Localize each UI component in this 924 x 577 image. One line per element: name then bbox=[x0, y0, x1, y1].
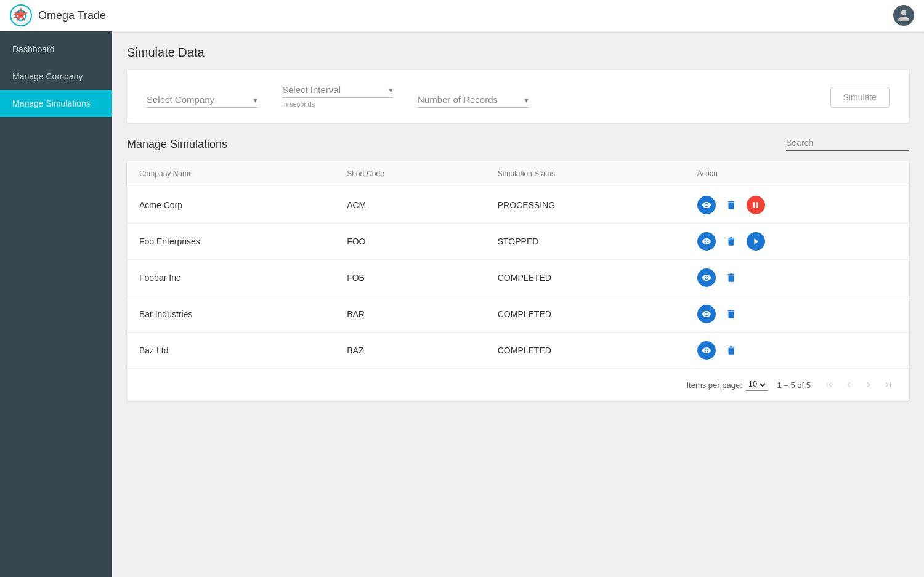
cell-short-code: FOO bbox=[334, 224, 485, 260]
action-icons bbox=[697, 268, 897, 287]
sidebar-item-dashboard[interactable]: Dashboard bbox=[0, 36, 112, 63]
pause-button[interactable] bbox=[747, 196, 765, 214]
page-title: Simulate Data bbox=[127, 46, 909, 60]
cell-status: PROCESSING bbox=[485, 187, 685, 224]
last-page-button[interactable] bbox=[880, 376, 897, 393]
table-row: Foo EnterprisesFOOSTOPPED bbox=[127, 224, 909, 260]
delete-button[interactable] bbox=[722, 196, 740, 214]
cell-company-name: Baz Ltd bbox=[127, 333, 334, 369]
pagination-bar: Items per page: 10 25 50 1 – 5 of 5 bbox=[127, 368, 909, 401]
records-select[interactable]: Number of Records ▾ bbox=[418, 94, 529, 108]
per-page-select[interactable]: 10 25 50 bbox=[746, 379, 768, 391]
delete-button[interactable] bbox=[722, 232, 740, 251]
col-simulation-status: Simulation Status bbox=[485, 161, 685, 187]
brand: Omega Trade bbox=[10, 4, 106, 26]
cell-actions bbox=[685, 260, 909, 296]
simulate-button[interactable]: Simulate bbox=[830, 87, 890, 108]
pagination-buttons bbox=[821, 376, 897, 393]
table-row: Baz LtdBAZCOMPLETED bbox=[127, 333, 909, 369]
cell-actions bbox=[685, 333, 909, 369]
sidebar-item-manage-company[interactable]: Manage Company bbox=[0, 63, 112, 90]
interval-hint: In seconds bbox=[282, 100, 393, 108]
page-info: 1 – 5 of 5 bbox=[777, 381, 811, 390]
brand-name: Omega Trade bbox=[38, 9, 106, 22]
table-header-row: Company Name Short Code Simulation Statu… bbox=[127, 161, 909, 187]
cell-status: COMPLETED bbox=[485, 260, 685, 296]
search-wrapper bbox=[786, 137, 909, 151]
action-icons bbox=[697, 341, 897, 360]
first-page-button[interactable] bbox=[821, 376, 838, 393]
col-short-code: Short Code bbox=[334, 161, 485, 187]
cell-short-code: ACM bbox=[334, 187, 485, 224]
table-row: Bar IndustriesBARCOMPLETED bbox=[127, 296, 909, 333]
cell-company-name: Bar Industries bbox=[127, 296, 334, 333]
cell-actions bbox=[685, 296, 909, 333]
interval-select[interactable]: Select Interval ▾ bbox=[282, 84, 393, 98]
section-title: Manage Simulations bbox=[127, 138, 227, 151]
cell-company-name: Foobar Inc bbox=[127, 260, 334, 296]
table-row: Acme CorpACMPROCESSING bbox=[127, 187, 909, 224]
svg-rect-4 bbox=[14, 14, 20, 15]
delete-button[interactable] bbox=[722, 268, 740, 287]
view-button[interactable] bbox=[697, 268, 716, 287]
records-select-label: Number of Records bbox=[418, 94, 522, 105]
interval-field: Select Interval ▾ In seconds bbox=[282, 84, 393, 108]
sidebar: Dashboard Manage Company Manage Simulati… bbox=[0, 31, 112, 577]
col-action: Action bbox=[685, 161, 909, 187]
cell-status: COMPLETED bbox=[485, 296, 685, 333]
sidebar-item-manage-simulations[interactable]: Manage Simulations bbox=[0, 90, 112, 117]
company-chevron-icon: ▾ bbox=[253, 95, 257, 105]
section-header: Manage Simulations bbox=[127, 137, 909, 151]
company-field: Select Company ▾ bbox=[147, 94, 257, 108]
action-icons bbox=[697, 305, 897, 323]
svg-rect-5 bbox=[14, 17, 18, 18]
view-button[interactable] bbox=[697, 196, 716, 214]
cell-short-code: BAZ bbox=[334, 333, 485, 369]
user-avatar[interactable] bbox=[893, 5, 914, 26]
navbar: Omega Trade bbox=[0, 0, 924, 31]
cell-short-code: BAR bbox=[334, 296, 485, 333]
simulations-table: Company Name Short Code Simulation Statu… bbox=[127, 161, 909, 368]
company-select[interactable]: Select Company ▾ bbox=[147, 94, 257, 108]
simulate-card: Select Company ▾ Select Interval ▾ In se… bbox=[127, 70, 909, 123]
company-select-label: Select Company bbox=[147, 94, 251, 105]
records-field: Number of Records ▾ bbox=[418, 94, 529, 108]
cell-company-name: Acme Corp bbox=[127, 187, 334, 224]
items-per-page-label: Items per page: bbox=[686, 381, 742, 390]
view-button[interactable] bbox=[697, 341, 716, 360]
cell-status: STOPPED bbox=[485, 224, 685, 260]
cell-short-code: FOB bbox=[334, 260, 485, 296]
brand-logo-icon bbox=[10, 4, 32, 26]
cell-actions bbox=[685, 187, 909, 224]
view-button[interactable] bbox=[697, 305, 716, 323]
delete-button[interactable] bbox=[722, 341, 740, 360]
items-per-page: Items per page: 10 25 50 bbox=[686, 379, 767, 391]
main-content: Simulate Data Select Company ▾ Select In… bbox=[112, 31, 924, 577]
search-input[interactable] bbox=[786, 138, 909, 148]
simulate-form: Select Company ▾ Select Interval ▾ In se… bbox=[147, 84, 890, 108]
table-row: Foobar IncFOBCOMPLETED bbox=[127, 260, 909, 296]
play-button[interactable] bbox=[747, 232, 765, 251]
table-card: Company Name Short Code Simulation Statu… bbox=[127, 161, 909, 401]
delete-button[interactable] bbox=[722, 305, 740, 323]
cell-company-name: Foo Enterprises bbox=[127, 224, 334, 260]
records-chevron-icon: ▾ bbox=[524, 95, 529, 105]
view-button[interactable] bbox=[697, 232, 716, 251]
action-icons bbox=[697, 232, 897, 251]
interval-select-label: Select Interval bbox=[282, 84, 386, 95]
col-company-name: Company Name bbox=[127, 161, 334, 187]
cell-status: COMPLETED bbox=[485, 333, 685, 369]
cell-actions bbox=[685, 224, 909, 260]
action-icons bbox=[697, 196, 897, 214]
interval-chevron-icon: ▾ bbox=[389, 85, 393, 95]
next-page-button[interactable] bbox=[860, 376, 877, 393]
prev-page-button[interactable] bbox=[840, 376, 857, 393]
